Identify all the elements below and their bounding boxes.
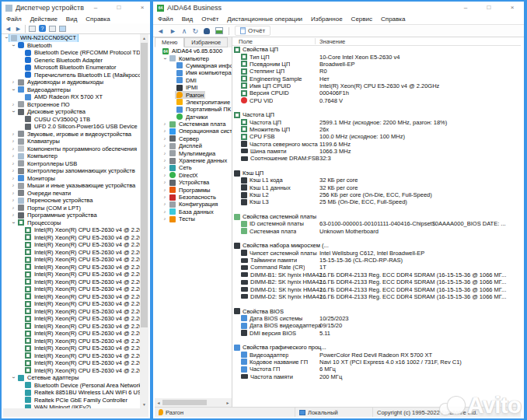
expand-arrow-icon[interactable]: › <box>162 209 168 215</box>
scroll-up-icon[interactable]: ▲ <box>140 34 148 42</box>
tree-item-body[interactable]: База данных <box>168 208 215 215</box>
section-header[interactable]: Свойства набора микросхем (... <box>232 242 521 249</box>
collapse-arrow-icon[interactable]: › <box>10 43 16 48</box>
tree-item-body[interactable]: Intel(R) Xeon(R) CPU E5-2630 v4 @ 2.20GH… <box>23 249 140 257</box>
scrollbar-thumb[interactable] <box>162 400 207 405</box>
tree-item[interactable]: ›Программные устройства <box>3 212 140 219</box>
info-row[interactable]: Кэш L2256 КБ per core (On-Die, ECC, Full… <box>232 191 521 198</box>
expand-arrow-icon[interactable]: › <box>10 153 16 159</box>
expand-arrow-icon[interactable]: › <box>10 138 16 144</box>
expand-arrow-icon[interactable]: › <box>10 198 16 203</box>
info-row[interactable]: Степпинг ЦПR0 <box>232 68 521 75</box>
tree-item-body[interactable]: Устройства <box>168 179 211 186</box>
info-row[interactable]: Дата BIOS системы10/25/2023 <box>232 315 521 322</box>
tree-item[interactable]: ›Клавиатуры <box>3 138 140 145</box>
minimize-button[interactable]: – <box>84 2 107 14</box>
tree-item-body[interactable]: Программные устройства <box>16 212 99 219</box>
info-row[interactable]: DIMM-B1: SK hynix HMA42...16 ГБ DDR4-213… <box>232 271 521 278</box>
tree-item[interactable]: Generic Bluetooth Adapter <box>3 57 140 65</box>
column-divider[interactable] <box>315 38 316 44</box>
section-header[interactable]: Кэш ЦП <box>232 170 521 177</box>
tree-item[interactable]: Bluetooth Device (RFCOMM Protocol TDI) <box>3 49 140 57</box>
close-button[interactable]: × <box>131 2 154 14</box>
tree-item[interactable]: Intel(R) Xeon(R) CPU E5-2630 v4 @ 2.20GH… <box>3 293 140 301</box>
aida-menu-избранное[interactable]: Избранное <box>311 16 343 23</box>
tree-item[interactable]: ›База данных <box>155 208 232 215</box>
expand-arrow-icon[interactable]: › <box>162 165 168 170</box>
tree-item-body[interactable]: Intel(R) Xeon(R) CPU E5-2630 v4 @ 2.20GH… <box>23 359 140 367</box>
dm-menu-справка[interactable]: Справка <box>86 16 110 23</box>
tree-item-body[interactable]: Видеоадаптеры <box>16 86 72 94</box>
aida-menu-справка[interactable]: Справка <box>381 16 405 23</box>
info-row[interactable]: CPU FSB100.0 MHz (исходное: 100 MHz) <box>232 133 521 140</box>
tree-item[interactable]: ›Аудиовходы и аудиовыходы <box>3 79 140 86</box>
tree-item-body[interactable]: Звуковые, игровые и видеоустройства <box>16 131 133 138</box>
forward-icon[interactable]: ► <box>15 23 22 34</box>
tree-item[interactable]: ›Контроллеры USB <box>3 160 140 168</box>
tree-item-body[interactable]: Generic Bluetooth Adapter <box>23 57 104 65</box>
tree-item[interactable]: DMI <box>155 77 232 84</box>
tree-item[interactable]: Bluetooth Device (Personal Area Network) <box>3 382 140 390</box>
tree-item[interactable]: Realtek 8851BU Wireless LAN WiFi 6 USB N… <box>3 389 140 397</box>
expand-arrow-icon[interactable]: › <box>10 161 16 166</box>
info-row[interactable]: DIMM-D1: SK hynix HMA42...16 ГБ DDR4-213… <box>232 285 521 292</box>
expand-arrow-icon[interactable]: › <box>10 191 16 196</box>
tree-item-body[interactable]: Дисковые устройства <box>16 108 87 116</box>
tree-item[interactable]: ›Устройства <box>155 179 232 186</box>
export-icon[interactable] <box>29 26 36 32</box>
minimize-button[interactable]: – <box>454 2 477 14</box>
tree-item-body[interactable]: Контроллеры USB <box>16 160 79 168</box>
info-row[interactable]: Псевдоним ЦПBroadwell-EP <box>232 61 521 68</box>
info-row[interactable]: Системная платаUnknown Motherboard <box>232 228 521 235</box>
tree-item-body[interactable]: CUSU CV3500Q 1TB <box>23 116 92 124</box>
close-button[interactable]: × <box>501 2 524 14</box>
tree-item[interactable]: Intel(R) Xeon(R) CPU E5-2630 v4 @ 2.20GH… <box>3 345 140 352</box>
expand-arrow-icon[interactable]: › <box>162 128 168 134</box>
tree-item[interactable]: ›Компьютер <box>155 54 232 61</box>
expand-arrow-icon[interactable]: › <box>162 180 168 185</box>
forward-icon[interactable]: ► <box>169 26 176 37</box>
dm-menu-файл[interactable]: Файл <box>6 16 22 23</box>
tree-item-body[interactable]: AMD Radeon RX 5700 XT <box>23 93 104 101</box>
expand-arrow-icon[interactable]: › <box>10 102 16 107</box>
scroll-down-icon[interactable]: ▼ <box>140 401 148 408</box>
section-header[interactable]: Свойства ЦП <box>232 46 521 53</box>
tree-item-body[interactable]: Аудиовходы и аудиовыходы <box>16 79 105 86</box>
properties-icon[interactable] <box>49 26 56 32</box>
info-row[interactable]: Частота ЦП2599.1 MHz (исходное: 2200 MHz… <box>232 118 521 125</box>
tree-item-body[interactable]: Intel(R) Xeon(R) CPU E5-2630 v4 @ 2.20GH… <box>23 367 140 375</box>
info-row[interactable]: CPU VID0.7648 V <box>232 96 521 103</box>
tree-item-body[interactable]: Intel(R) Xeon(R) CPU E5-2630 v4 @ 2.20GH… <box>23 300 140 308</box>
up-icon[interactable]: ∧ <box>182 26 187 37</box>
tree-item[interactable]: 64AIDA64 v6.85.6300 <box>155 47 232 54</box>
horizontal-scrollbar[interactable] <box>3 408 148 417</box>
tree-item-body[interactable]: DirectX <box>168 172 200 179</box>
tree-item-body[interactable]: Intel(R) Xeon(R) CPU E5-2630 v4 @ 2.20GH… <box>23 234 140 242</box>
chart-icon[interactable] <box>215 27 223 34</box>
tree-item[interactable]: ›Компьютер <box>3 152 140 160</box>
tree-item[interactable]: Перечислитель Bluetooth LE (Майкрософт) <box>3 72 140 79</box>
tree-item[interactable]: ›Безопасность <box>155 194 232 201</box>
collapse-arrow-icon[interactable]: › <box>10 87 16 93</box>
info-row[interactable]: Кодовое название ГПNavi 10 XT (PCI Expre… <box>232 359 521 366</box>
tree-item-body[interactable]: Конфигурация <box>168 201 219 208</box>
tree-item-body[interactable]: Intel(R) Xeon(R) CPU E5-2630 v4 @ 2.20GH… <box>23 315 140 323</box>
tree-item-body[interactable]: Суммарная информация <box>175 62 232 69</box>
tree-item[interactable]: Intel(R) Xeon(R) CPU E5-2630 v4 @ 2.20GH… <box>3 352 140 360</box>
collapse-arrow-icon[interactable]: › <box>162 56 168 61</box>
info-row[interactable]: Частота ГП6 МГц <box>232 366 521 373</box>
tree-item[interactable]: Intel(R) Xeon(R) CPU E5-2630 v4 @ 2.20GH… <box>3 367 140 375</box>
scroll-right-icon[interactable]: ► <box>224 401 232 405</box>
expand-arrow-icon[interactable]: › <box>162 187 168 193</box>
tree-item-body[interactable]: Intel(R) Xeon(R) CPU E5-2630 v4 @ 2.20GH… <box>23 264 140 271</box>
tree-item[interactable]: Intel(R) Xeon(R) CPU E5-2630 v4 @ 2.20GH… <box>3 249 140 257</box>
tree-item[interactable]: ›Операционная система <box>155 128 232 135</box>
tree-item-body[interactable]: Программы <box>168 186 212 193</box>
aida-menu-отчёт[interactable]: Отчёт <box>201 16 218 23</box>
tree-item[interactable]: Суммарная информация <box>155 62 232 69</box>
vertical-scrollbar[interactable]: ▲ ▼ <box>140 34 148 408</box>
info-row[interactable]: Шина памяти1066.3 MHz <box>232 148 521 155</box>
tree-item[interactable]: ›DirectX <box>155 172 232 179</box>
tree-item-body[interactable]: Сетевые адаптеры <box>16 374 80 382</box>
info-row[interactable]: Соотношение DRAM:FSB32:3 <box>232 155 521 162</box>
